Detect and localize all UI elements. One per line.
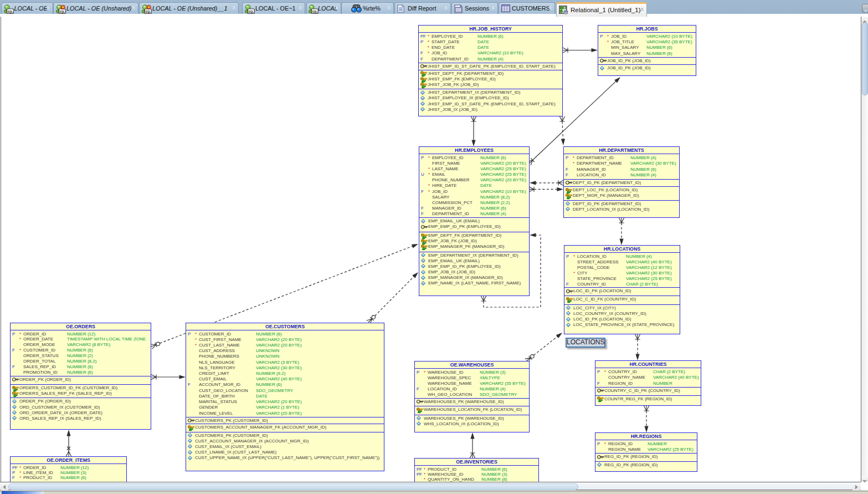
- svg-text:SQL: SQL: [146, 9, 151, 13]
- svg-text:SQL: SQL: [7, 9, 13, 13]
- svg-text:SQL: SQL: [60, 9, 65, 13]
- svg-text:SQL: SQL: [312, 9, 318, 13]
- svg-text:SQL: SQL: [249, 9, 254, 13]
